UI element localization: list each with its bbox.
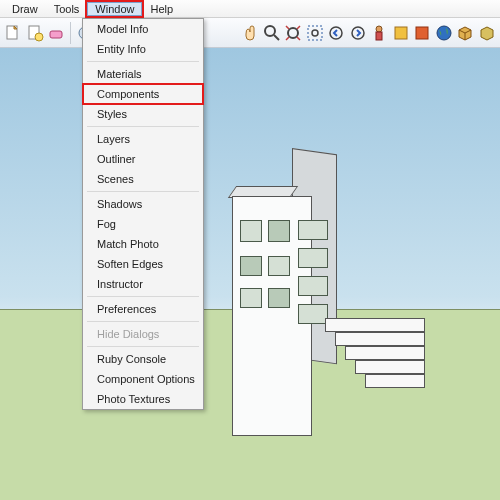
window [240,288,262,308]
svg-rect-9 [308,26,322,40]
window [240,256,262,276]
svg-point-11 [330,27,342,39]
stairs [325,318,425,388]
svg-point-10 [312,30,318,36]
menu-separator [87,346,199,347]
menubar: Draw Tools Window Help [0,0,500,18]
window [298,304,328,324]
window [298,276,328,296]
menu-item-ruby-console[interactable]: Ruby Console [83,349,203,369]
menu-item-shadows[interactable]: Shadows [83,194,203,214]
zoom-window-icon[interactable] [306,21,324,45]
svg-point-2 [35,33,43,41]
box-icon[interactable] [456,21,474,45]
menu-tools[interactable]: Tools [46,2,88,16]
svg-point-12 [352,27,364,39]
window [240,220,262,242]
svg-rect-16 [416,27,428,39]
menu-separator [87,296,199,297]
svg-line-7 [274,35,279,40]
menu-item-components[interactable]: Components [83,84,203,104]
svg-point-13 [376,26,382,32]
open-icon[interactable] [25,21,43,45]
menu-separator [87,61,199,62]
viewport[interactable] [0,48,500,500]
svg-rect-3 [50,31,62,38]
menu-item-component-options[interactable]: Component Options [83,369,203,389]
menu-item-entity-info[interactable]: Entity Info [83,39,203,59]
menu-item-scenes[interactable]: Scenes [83,169,203,189]
menu-item-materials[interactable]: Materials [83,64,203,84]
menu-separator [87,126,199,127]
window [268,256,290,276]
menu-highlight: Window [85,0,144,18]
menu-item-hide-dialogs: Hide Dialogs [83,324,203,344]
person-icon[interactable] [370,21,388,45]
svg-point-6 [265,26,275,36]
menu-item-instructor[interactable]: Instructor [83,274,203,294]
menu-draw[interactable]: Draw [4,2,46,16]
color-icon[interactable] [392,21,410,45]
menu-window[interactable]: Window [87,2,142,16]
menu-separator [87,191,199,192]
eraser-icon[interactable] [47,21,65,45]
svg-point-8 [288,28,298,38]
window [268,220,290,242]
svg-rect-15 [395,27,407,39]
zoom-icon[interactable] [263,21,281,45]
building-model [232,148,337,438]
menu-item-soften-edges[interactable]: Soften Edges [83,254,203,274]
hand-icon[interactable] [241,21,259,45]
next-icon[interactable] [349,21,367,45]
menu-item-preferences[interactable]: Preferences [83,299,203,319]
menu-item-model-info[interactable]: Model Info [83,19,203,39]
menu-item-photo-textures[interactable]: Photo Textures [83,389,203,409]
menu-item-styles[interactable]: Styles [83,104,203,124]
svg-rect-14 [376,32,382,40]
menu-item-layers[interactable]: Layers [83,129,203,149]
zoom-extent-icon[interactable] [284,21,302,45]
toolbar-separator [70,22,71,44]
new-icon[interactable] [4,21,22,45]
menu-item-fog[interactable]: Fog [83,214,203,234]
globe-icon[interactable] [435,21,453,45]
menu-help[interactable]: Help [142,2,181,16]
menu-item-match-photo[interactable]: Match Photo [83,234,203,254]
prev-icon[interactable] [327,21,345,45]
window [268,288,290,308]
menu-item-outliner[interactable]: Outliner [83,149,203,169]
window-menu-dropdown: Model Info Entity Info Materials Compone… [82,18,204,410]
svg-point-17 [437,26,451,40]
toolbar [0,18,500,48]
menu-separator [87,321,199,322]
wrap-icon[interactable] [478,21,496,45]
window [298,220,328,240]
window [298,248,328,268]
color-icon[interactable] [413,21,431,45]
